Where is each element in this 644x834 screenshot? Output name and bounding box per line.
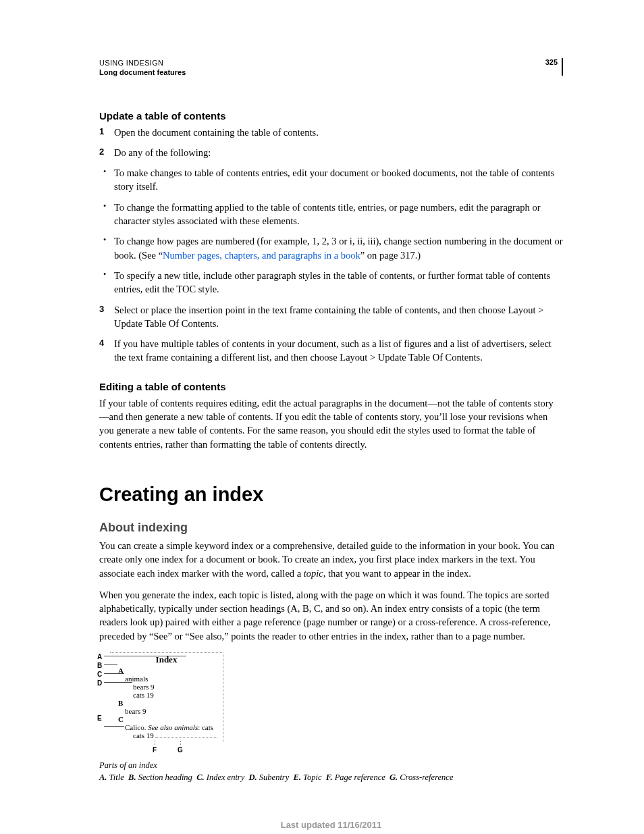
figure-side-callouts: A B C D E (97, 652, 102, 723)
step-text: Open the document containing the table o… (114, 127, 319, 138)
running-header: USING INDESIGN Long document features 32… (99, 58, 563, 78)
numbered-list: 1 Open the document containing the table… (99, 126, 563, 160)
callout-label: F (153, 746, 157, 754)
header-chapter: Long document features (99, 68, 186, 77)
bullet-text-suffix: ” on page 317.) (360, 250, 421, 261)
bullet-text: To specify a new title, include other pa… (114, 270, 550, 294)
legend-value: Page reference (335, 773, 385, 782)
figure-section-heading: C (118, 715, 219, 723)
body-paragraph: You can create a simple keyword index or… (99, 539, 563, 580)
cross-topic: Calico. (125, 723, 148, 731)
figure-index-parts: A B C D E Index A animals bears 9 cats 1… (99, 652, 563, 783)
figure-leader-dots (155, 732, 217, 738)
heading-update-toc: Update a table of contents (99, 110, 563, 122)
step-number: 2 (99, 146, 104, 158)
figure-title: Index (114, 654, 219, 665)
term-topic: topic (304, 568, 323, 579)
bullet-text: To make changes to table of contents ent… (114, 167, 554, 192)
bullet-text: To change the formatting applied to the … (114, 202, 541, 226)
caption-legend: A. Title B. Section heading C. Index ent… (99, 772, 563, 784)
figure-subentry: cats 19 (133, 691, 219, 699)
figure-section-heading: A (118, 667, 219, 675)
figure-section-heading: B (118, 699, 219, 707)
legend-value: Section heading (138, 773, 192, 782)
footer-last-updated: Last updated 11/16/2011 (99, 820, 563, 830)
legend-key: E (294, 773, 299, 782)
header-left: USING INDESIGN Long document features (99, 58, 186, 78)
figure-entry: bears 9 (125, 707, 219, 715)
legend-key: G (390, 773, 396, 782)
callout-label: B (97, 661, 102, 670)
callout-label: C (97, 670, 102, 679)
figure-subentry: cats 19 (133, 731, 154, 739)
heading-about-indexing: About indexing (99, 521, 563, 535)
legend-value: Title (109, 773, 124, 782)
bullet-item: To specify a new title, include other pa… (99, 269, 563, 296)
step-3: 3 Select or place the insertion point in… (99, 303, 563, 331)
step-number: 3 (99, 303, 104, 315)
legend-value: Index entry (207, 773, 245, 782)
heading-editing-toc: Editing a table of contents (99, 381, 563, 392)
bullet-item: To change the formatting applied to the … (99, 201, 563, 228)
step-4: 4 If you have multiple tables of content… (99, 337, 563, 365)
figure-bottom-callouts: F G (110, 742, 223, 756)
figure-caption: Parts of an index A. Title B. Section he… (99, 760, 563, 783)
bullet-item: To change how pages are numbered (for ex… (99, 234, 563, 262)
legend-value: Topic (303, 773, 321, 782)
callout-label: A (97, 652, 102, 661)
cross-reference-link[interactable]: Number pages, chapters, and paragraphs i… (163, 250, 360, 261)
figure-entry: animals (125, 675, 219, 683)
figure-cross-reference: Calico. See also animals: cats (125, 723, 219, 731)
callout-label: E (97, 714, 102, 723)
bullet-item: To make changes to table of contents ent… (99, 166, 563, 194)
step-text: If you have multiple tables of contents … (114, 338, 552, 363)
body-paragraph: When you generate the index, each topic … (99, 588, 563, 643)
step-text: Select or place the insertion point in t… (114, 305, 543, 329)
step-number: 1 (99, 126, 104, 138)
bullet-list: To make changes to table of contents ent… (99, 166, 563, 296)
step-1: 1 Open the document containing the table… (99, 126, 563, 139)
step-2: 2 Do any of the following: (99, 146, 563, 159)
legend-value: Cross-reference (400, 773, 453, 782)
heading-creating-index: Creating an index (99, 484, 563, 506)
step-number: 4 (99, 337, 104, 349)
legend-key: D (249, 773, 255, 782)
callout-label: G (178, 746, 183, 754)
figure-subentry: bears 9 (133, 683, 219, 691)
step-text: Do any of the following: (114, 147, 211, 158)
caption-title: Parts of an index (99, 760, 563, 772)
body-paragraph: If your table of contents requires editi… (99, 396, 563, 451)
page-number: 325 (545, 58, 563, 76)
callout-label: D (97, 679, 102, 687)
header-product: USING INDESIGN (99, 58, 186, 68)
numbered-list-cont: 3 Select or place the insertion point in… (99, 303, 563, 365)
para-text: , that you want to appear in the index. (323, 568, 471, 579)
cross-see-also: See also animals (148, 723, 198, 731)
cross-target: : cats (198, 723, 213, 731)
legend-value: Subentry (259, 773, 289, 782)
